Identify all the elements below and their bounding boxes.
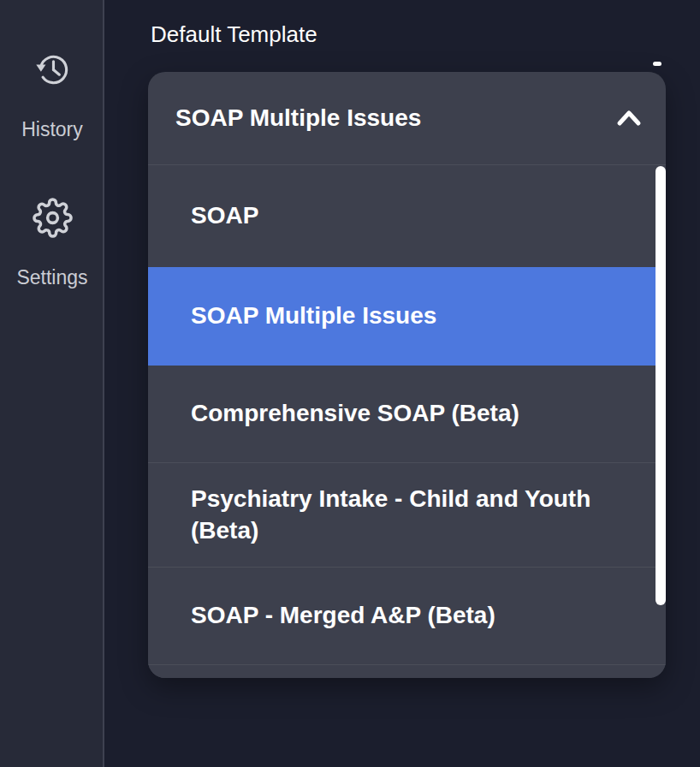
sidebar-item-label: Settings — [16, 266, 87, 289]
default-template-label: Default Template — [151, 21, 317, 48]
sidebar-item-settings[interactable]: Settings — [0, 198, 104, 289]
dropdown-option[interactable]: Psychiatry Intake - Child and Youth (Bet… — [148, 462, 666, 567]
dropdown-option-label: Psychiatry Intake - Child and Youth (Bet… — [191, 484, 602, 546]
dropdown-option-label: Comprehensive SOAP (Beta) — [191, 398, 519, 429]
history-icon — [33, 50, 73, 90]
dropdown-options: SOAPSOAP Multiple IssuesComprehensive SO… — [148, 165, 666, 678]
template-dropdown: SOAP Multiple Issues SOAPSOAP Multiple I… — [148, 72, 666, 678]
dropdown-option-label: SOAP - Merged A&P (Beta) — [191, 600, 495, 631]
dropdown-option[interactable]: SOAP - Merged A&P (Beta) — [148, 567, 666, 664]
dropdown-option[interactable]: SOAP — [148, 165, 666, 267]
chevron-up-icon — [614, 107, 644, 129]
app-window: History Settings Default Template SOAP M… — [0, 0, 700, 767]
dropdown-header[interactable]: SOAP Multiple Issues — [148, 72, 666, 165]
dropdown-option-label: SOAP Multiple Issues — [191, 300, 436, 331]
dropdown-option-partial[interactable] — [148, 664, 666, 678]
dropdown-option-label: SOAP — [191, 200, 258, 231]
dropdown-selected-label: SOAP Multiple Issues — [175, 104, 421, 132]
sidebar: History Settings — [0, 0, 104, 767]
sidebar-item-label: History — [21, 118, 83, 141]
outer-scrollbar-thumb[interactable] — [653, 62, 661, 66]
dropdown-option[interactable]: Comprehensive SOAP (Beta) — [148, 366, 666, 462]
gear-icon — [33, 198, 73, 238]
dropdown-option[interactable]: SOAP Multiple Issues — [148, 267, 666, 366]
sidebar-item-history[interactable]: History — [0, 50, 104, 141]
dropdown-scrollbar[interactable] — [656, 166, 666, 605]
